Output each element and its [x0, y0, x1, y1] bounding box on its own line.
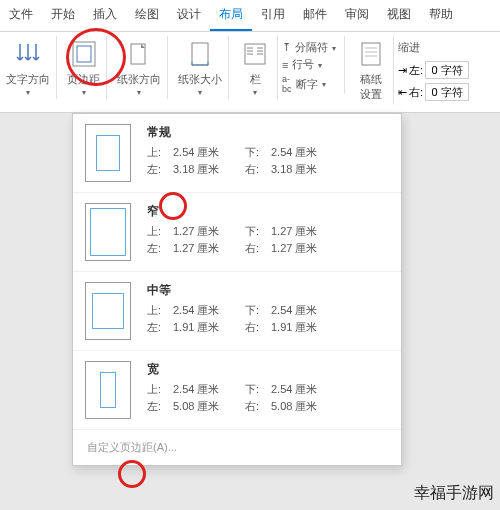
indent-right-label: 右: [409, 85, 423, 100]
margins-label: 页边距 [67, 72, 100, 87]
margin-right-label: 右: [245, 162, 271, 177]
manuscript-label: 稿纸 设置 [360, 72, 382, 102]
margin-left-value: 1.91 厘米 [173, 320, 245, 335]
margin-preset-窄[interactable]: 窄上:1.27 厘米下:1.27 厘米左:1.27 厘米右:1.27 厘米 [73, 193, 401, 272]
margin-right-value: 5.08 厘米 [271, 399, 343, 414]
chevron-down-icon: ▾ [198, 88, 202, 97]
margin-top-label: 上: [147, 382, 173, 397]
margin-top-value: 2.54 厘米 [173, 303, 245, 318]
ribbon-layout: 文字方向 ▾ 页边距 ▾ 纸张方向 ▾ 纸张大小 ▾ 栏 ▾ ⤒ 分隔符 ▾ [0, 32, 500, 113]
menubar: 文件开始插入绘图设计布局引用邮件审阅视图帮助 [0, 0, 500, 32]
paper-size-icon [184, 38, 216, 70]
margin-right-label: 右: [245, 320, 271, 335]
margin-preset-name: 中等 [147, 282, 389, 299]
manuscript-settings-button[interactable]: 稿纸 设置 [349, 36, 394, 104]
menu-item-布局[interactable]: 布局 [210, 0, 252, 31]
menu-item-帮助[interactable]: 帮助 [420, 0, 462, 31]
margin-preset-常规[interactable]: 常规上:2.54 厘米下:2.54 厘米左:3.18 厘米右:3.18 厘米 [73, 114, 401, 193]
margin-left-label: 左: [147, 399, 173, 414]
margins-icon [68, 38, 100, 70]
margin-bottom-label: 下: [245, 224, 271, 239]
margin-left-label: 左: [147, 241, 173, 256]
margin-thumb-icon [85, 124, 131, 182]
svg-rect-3 [192, 43, 208, 65]
chevron-down-icon: ▾ [137, 88, 141, 97]
menu-item-文件[interactable]: 文件 [0, 0, 42, 31]
margin-top-label: 上: [147, 145, 173, 160]
margin-left-label: 左: [147, 162, 173, 177]
text-direction-button[interactable]: 文字方向 ▾ [0, 36, 57, 99]
hyphenation-label: 断字 [296, 77, 318, 92]
margin-top-value: 1.27 厘米 [173, 224, 245, 239]
margin-bottom-label: 下: [245, 303, 271, 318]
margin-preset-宽[interactable]: 宽上:2.54 厘米下:2.54 厘米左:5.08 厘米右:5.08 厘米 [73, 351, 401, 430]
orientation-label: 纸张方向 [117, 72, 161, 87]
manuscript-icon [355, 38, 387, 70]
menu-item-引用[interactable]: 引用 [252, 0, 294, 31]
menu-item-设计[interactable]: 设计 [168, 0, 210, 31]
margin-bottom-value: 2.54 厘米 [271, 303, 343, 318]
watermark-text: 幸福手游网 [414, 483, 494, 504]
margin-top-value: 2.54 厘米 [173, 145, 245, 160]
margin-left-value: 3.18 厘米 [173, 162, 245, 177]
chevron-down-icon: ▾ [253, 88, 257, 97]
margin-bottom-value: 2.54 厘米 [271, 382, 343, 397]
menu-item-视图[interactable]: 视图 [378, 0, 420, 31]
margin-bottom-value: 2.54 厘米 [271, 145, 343, 160]
margin-bottom-label: 下: [245, 382, 271, 397]
margin-preset-name: 常规 [147, 124, 389, 141]
indent-right-input[interactable] [425, 83, 469, 101]
margin-thumb-icon [85, 203, 131, 261]
columns-label: 栏 [250, 72, 261, 87]
text-direction-label: 文字方向 [6, 72, 50, 87]
margin-left-value: 1.27 厘米 [173, 241, 245, 256]
margin-preset-name: 窄 [147, 203, 389, 220]
menu-item-邮件[interactable]: 邮件 [294, 0, 336, 31]
margin-top-label: 上: [147, 224, 173, 239]
line-numbers-button[interactable]: ≡ 行号 ▾ [282, 57, 336, 72]
hyphenation-button[interactable]: a-bc 断字 ▾ [282, 74, 336, 94]
margin-bottom-value: 1.27 厘米 [271, 224, 343, 239]
paper-size-button[interactable]: 纸张大小 ▾ [172, 36, 229, 99]
svg-rect-1 [77, 46, 91, 62]
menu-item-绘图[interactable]: 绘图 [126, 0, 168, 31]
indent-left-icon: ⇥ [398, 64, 407, 77]
custom-margins-button[interactable]: 自定义页边距(A)... [73, 430, 401, 465]
chevron-down-icon: ▾ [322, 80, 326, 89]
breaks-icon: ⤒ [282, 41, 291, 54]
margin-right-label: 右: [245, 399, 271, 414]
margin-preset-中等[interactable]: 中等上:2.54 厘米下:2.54 厘米左:1.91 厘米右:1.91 厘米 [73, 272, 401, 351]
orientation-button[interactable]: 纸张方向 ▾ [111, 36, 168, 99]
menu-item-审阅[interactable]: 审阅 [336, 0, 378, 31]
margin-left-label: 左: [147, 320, 173, 335]
chevron-down-icon: ▾ [332, 44, 336, 53]
margin-top-label: 上: [147, 303, 173, 318]
margins-button[interactable]: 页边距 ▾ [61, 36, 107, 99]
margin-right-value: 1.27 厘米 [271, 241, 343, 256]
hyphenation-icon: a-bc [282, 74, 292, 94]
chevron-down-icon: ▾ [318, 61, 322, 70]
margin-right-value: 3.18 厘米 [271, 162, 343, 177]
columns-button[interactable]: 栏 ▾ [233, 36, 278, 99]
chevron-down-icon: ▾ [26, 88, 30, 97]
menu-item-开始[interactable]: 开始 [42, 0, 84, 31]
breaks-button[interactable]: ⤒ 分隔符 ▾ [282, 40, 336, 55]
margin-right-value: 1.91 厘米 [271, 320, 343, 335]
breaks-label: 分隔符 [295, 40, 328, 55]
columns-icon [239, 38, 271, 70]
margin-top-value: 2.54 厘米 [173, 382, 245, 397]
line-numbers-label: 行号 [292, 57, 314, 72]
menu-item-插入[interactable]: 插入 [84, 0, 126, 31]
text-direction-icon [12, 38, 44, 70]
indent-right-icon: ⇤ [398, 86, 407, 99]
orientation-icon [123, 38, 155, 70]
margin-left-value: 5.08 厘米 [173, 399, 245, 414]
line-numbers-icon: ≡ [282, 59, 288, 71]
document-workarea: 常规上:2.54 厘米下:2.54 厘米左:3.18 厘米右:3.18 厘米窄上… [0, 113, 500, 510]
indent-left-input[interactable] [425, 61, 469, 79]
paper-size-label: 纸张大小 [178, 72, 222, 87]
margin-preset-name: 宽 [147, 361, 389, 378]
indent-group: 缩进 ⇥ 左: ⇤ 右: [398, 36, 469, 101]
margin-bottom-label: 下: [245, 145, 271, 160]
margins-dropdown: 常规上:2.54 厘米下:2.54 厘米左:3.18 厘米右:3.18 厘米窄上… [72, 113, 402, 466]
